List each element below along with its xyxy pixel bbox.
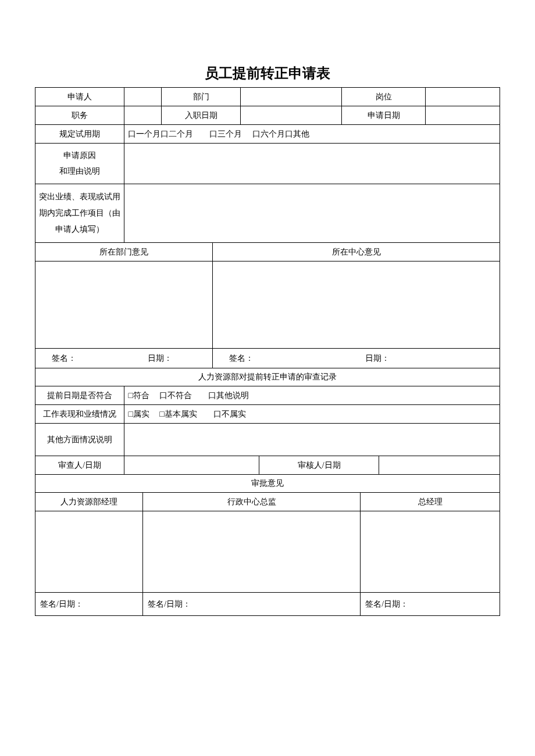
field-center-opinion[interactable]: [213, 261, 500, 349]
field-entry-date[interactable]: [241, 106, 342, 125]
field-job[interactable]: [124, 106, 162, 125]
label-advance-date: 提前日期是否符合: [35, 386, 124, 405]
label-reason: 申请原因和理由说明: [35, 144, 124, 184]
label-probation: 规定试用期: [35, 125, 124, 144]
advance-date-options[interactable]: □符合 口不符合 口其他说明: [124, 386, 500, 405]
label-performance: 工作表现和业绩情况: [35, 405, 124, 424]
label-dept-date: 日期：: [143, 349, 187, 368]
field-reason[interactable]: [124, 144, 500, 184]
approval-header: 审批意见: [35, 475, 500, 493]
form-table: 申请人 部门 岗位 职务 入职日期 申请日期 规定试用期 口一个月口二个月 口三…: [35, 87, 500, 616]
field-dept[interactable]: [241, 88, 342, 106]
field-dept-opinion[interactable]: [35, 261, 213, 349]
label-dept: 部门: [162, 88, 241, 106]
hr-review-header: 人力资源部对提前转正申请的审查记录: [35, 368, 500, 386]
probation-options[interactable]: 口一个月口二个月 口三个月 口六个月口其他: [124, 125, 500, 144]
field-center-sign[interactable]: [278, 349, 361, 368]
label-job: 职务: [35, 106, 124, 125]
gm-sig-date[interactable]: 签名/日期：: [361, 593, 500, 616]
field-admin-director[interactable]: [143, 511, 361, 593]
field-hr-manager[interactable]: [35, 511, 143, 593]
field-applicant[interactable]: [124, 88, 162, 106]
label-dept-opinion: 所在部门意见: [35, 243, 213, 261]
field-dept-date[interactable]: [187, 349, 213, 368]
label-center-date: 日期：: [361, 349, 426, 368]
label-gm: 总经理: [361, 493, 500, 511]
label-auditor: 审核人/日期: [259, 456, 379, 475]
field-apply-date[interactable]: [426, 106, 500, 125]
field-center-date[interactable]: [426, 349, 500, 368]
label-entry-date: 入职日期: [162, 106, 241, 125]
admin-sig-date[interactable]: 签名/日期：: [143, 593, 361, 616]
label-achievements: 突出业绩、表现或试用期内完成工作项目（由申请人填写）: [35, 184, 124, 243]
page-title: 员工提前转正申请表: [35, 64, 500, 83]
label-hr-manager: 人力资源部经理: [35, 493, 143, 511]
field-auditor[interactable]: [379, 456, 500, 475]
label-dept-sign: 签名：: [35, 349, 87, 368]
field-achievements[interactable]: [124, 184, 500, 243]
field-reviewer[interactable]: [124, 456, 259, 475]
label-reviewer: 审查人/日期: [35, 456, 124, 475]
label-post: 岗位: [342, 88, 426, 106]
label-center-opinion: 所在中心意见: [213, 243, 500, 261]
performance-options[interactable]: □属实 □基本属实 口不属实: [124, 405, 500, 424]
field-other-info[interactable]: [124, 424, 500, 456]
label-center-sign: 签名：: [213, 349, 278, 368]
label-applicant: 申请人: [35, 88, 124, 106]
field-dept-sign[interactable]: [87, 349, 143, 368]
field-post[interactable]: [426, 88, 500, 106]
field-gm[interactable]: [361, 511, 500, 593]
hr-sig-date[interactable]: 签名/日期：: [35, 593, 143, 616]
label-other-info: 其他方面情况说明: [35, 424, 124, 456]
label-admin-director: 行政中心总监: [143, 493, 361, 511]
label-apply-date: 申请日期: [342, 106, 426, 125]
